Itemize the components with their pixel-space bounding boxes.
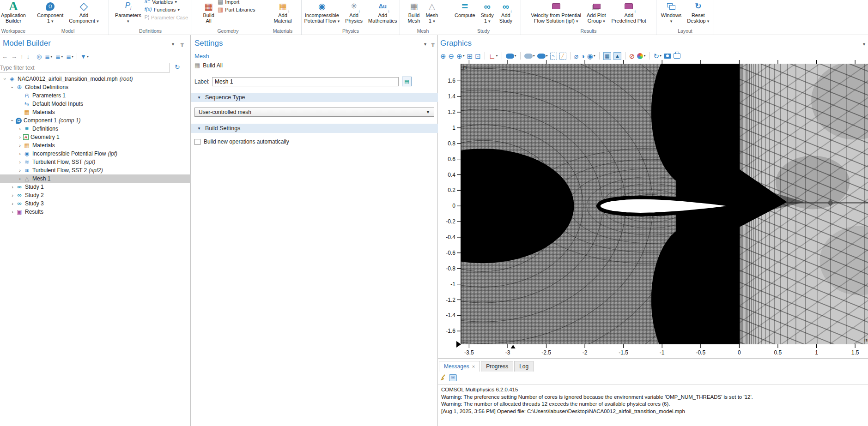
mail-log-icon[interactable]: ✉ xyxy=(449,374,457,381)
tab-messages[interactable]: Messages× xyxy=(439,361,480,372)
tree-item-global-definitions[interactable]: ›⊕Global Definitions xyxy=(0,83,191,91)
label-input[interactable] xyxy=(212,77,399,86)
add-study-button[interactable]: ∞↓AddStudy xyxy=(497,0,515,24)
tree-item-mesh-1[interactable]: ›△Mesh 1 xyxy=(0,174,191,183)
tab-label: Log xyxy=(519,363,528,370)
functions-button[interactable]: f(x)Functions▾ xyxy=(145,6,188,13)
tree-item-turbulent-flow-sst-2[interactable]: ›≋Turbulent Flow, SST 2(spf2) xyxy=(0,166,191,174)
tree-item-default-model-inputs[interactable]: ⇆Default Model Inputs xyxy=(0,100,191,108)
expander-closed-icon[interactable]: › xyxy=(17,151,23,156)
expander-closed-icon[interactable]: › xyxy=(17,176,23,181)
pin-icon[interactable]: ┳ xyxy=(431,41,435,47)
button-label: Compute xyxy=(455,12,475,18)
move-down-icon[interactable]: ↓ xyxy=(27,53,30,60)
expander-closed-icon[interactable]: › xyxy=(9,201,16,206)
tree-item-results[interactable]: ›▣Results xyxy=(0,208,191,216)
import-button[interactable]: ▤Import xyxy=(218,0,255,6)
add-mathematics-button[interactable]: Δu↓AddMathematics xyxy=(366,0,399,24)
compute-button[interactable]: =Compute xyxy=(452,0,478,24)
refresh-icon[interactable]: ↻ xyxy=(175,63,180,71)
tree-filter-input[interactable] xyxy=(0,63,170,72)
settings-subtitle: Mesh xyxy=(194,53,209,60)
expander-closed-icon[interactable]: › xyxy=(17,159,23,165)
forward-icon[interactable]: → xyxy=(11,53,17,60)
velocity-from-potential-flow-solution-button[interactable]: Velocity from PotentialFlow Solution (ip… xyxy=(528,0,583,24)
expander-closed-icon[interactable]: › xyxy=(9,184,16,190)
tree-item-study-2[interactable]: ›∞Study 2 xyxy=(0,191,191,199)
log-line: Warning: The preference setting Number o… xyxy=(441,394,753,401)
pin-icon[interactable]: ┳ xyxy=(181,41,184,47)
tree-item-study-1[interactable]: ›∞Study 1 xyxy=(0,183,191,191)
build-new-operations-checkbox[interactable] xyxy=(194,139,200,145)
tree-item-parameters-1[interactable]: PᵢParameters 1 xyxy=(0,91,191,100)
sequence-type-dropdown[interactable]: User-controlled mesh ▼ xyxy=(194,108,434,117)
section-build-settings[interactable]: ▼ Build Settings xyxy=(191,124,438,133)
reset-desktop-button[interactable]: ↻ResetDesktop ▾ xyxy=(685,0,711,24)
ribbon-group-label: Workspace xyxy=(0,28,27,35)
incompressible-potential-flow-button[interactable]: ◉IncompressiblePotential Flow ▾ xyxy=(302,0,342,24)
variables-button[interactable]: a=Variables▾ xyxy=(145,0,188,6)
tab-progress[interactable]: Progress xyxy=(481,361,513,372)
rename-button[interactable]: ▤ xyxy=(402,77,412,86)
tree-item-geometry-1[interactable]: ›AGeometry 1 xyxy=(0,133,191,141)
tree-item-study-3[interactable]: ›∞Study 3 xyxy=(0,199,191,208)
expander-open-icon[interactable]: › xyxy=(10,117,15,124)
panel-menu-caret-icon[interactable]: ▾ xyxy=(172,42,174,47)
svg-text:0.4: 0.4 xyxy=(448,172,455,178)
expander-closed-icon[interactable]: › xyxy=(17,168,23,173)
collapse-arrow-icon: ▼ xyxy=(197,126,201,131)
windows-button[interactable]: Windows▾ xyxy=(659,0,684,24)
expander-closed-icon[interactable]: › xyxy=(17,143,23,148)
filter-icon[interactable]: ▼▾ xyxy=(80,53,89,60)
study-1-button[interactable]: ∞Study1 ▾ xyxy=(479,0,496,24)
ribbon-group-label: Mesh xyxy=(400,28,446,35)
tree-item-label: Default Model Inputs xyxy=(32,101,83,107)
button-label: Material xyxy=(273,18,291,24)
model-tree-node-text-icon[interactable]: ≣▾ xyxy=(66,53,73,60)
section-sequence-type[interactable]: ▼ Sequence Type xyxy=(191,93,438,102)
button-label: Physics xyxy=(345,18,363,24)
button-label: Study xyxy=(499,18,512,24)
build-all-button[interactable]: ▦ Build All xyxy=(194,62,223,69)
move-up-icon[interactable]: ↑ xyxy=(20,53,24,60)
mesh-1-button[interactable]: △Mesh1 ▾ xyxy=(424,0,441,24)
expander-open-icon[interactable]: › xyxy=(2,76,8,82)
build-all-button[interactable]: ▦BuildAll xyxy=(200,0,216,24)
collapse-all-icon[interactable]: ≣▾ xyxy=(45,53,52,60)
expander-open-icon[interactable]: › xyxy=(10,84,15,90)
tree-item-naca0012-airfoil-transition-model-mph[interactable]: ›◈NACA0012_airfoil_transition_model.mph(… xyxy=(0,75,191,83)
application-builder-button[interactable]: AApplicationBuilder xyxy=(0,0,28,24)
tree-item-definitions[interactable]: ›≡Definitions xyxy=(0,125,191,133)
add-predefined-plot-button[interactable]: ↓AddPredefined Plot xyxy=(609,0,649,24)
add-physics-button[interactable]: ✳↓AddPhysics xyxy=(343,0,365,24)
panel-menu-caret-icon[interactable]: ▾ xyxy=(424,42,426,47)
expand-all-icon[interactable]: ≣▾ xyxy=(55,53,63,60)
back-icon[interactable]: ← xyxy=(2,53,8,60)
add-component-button[interactable]: ◇AddComponent ▾ xyxy=(67,0,101,24)
expander-closed-icon[interactable]: › xyxy=(9,192,16,198)
expander-closed-icon[interactable]: › xyxy=(9,209,16,215)
tree-item-incompressible-potential-flow[interactable]: ›◉Incompressible Potential Flow(ipf) xyxy=(0,150,191,158)
mesh-plot[interactable]: 1.61.41.210.80.60.40.20-0.2-0.4-0.6-0.8-… xyxy=(438,35,868,358)
build-mesh-button[interactable]: ▦BuildMesh xyxy=(406,0,423,24)
tree-item-materials[interactable]: ›▦Materials xyxy=(0,141,191,150)
component-1-button[interactable]: ΩComponent1 ▾ xyxy=(35,0,66,24)
close-icon[interactable]: × xyxy=(472,364,475,369)
tree-item-label: Turbulent Flow, SST 2 xyxy=(32,167,87,174)
expander-closed-icon[interactable]: › xyxy=(17,134,23,140)
tree-item-label: Parameters 1 xyxy=(32,92,66,99)
tree-item-component-1[interactable]: ›ΩComponent 1(comp 1) xyxy=(0,116,191,125)
mesh-svg[interactable]: 1.61.41.210.80.60.40.20-0.2-0.4-0.6-0.8-… xyxy=(438,35,868,358)
tab-log[interactable]: Log xyxy=(514,361,534,372)
parameters-button[interactable]: PiParameters▾ xyxy=(113,0,144,24)
show-toggle-icon[interactable]: ◎ xyxy=(36,53,42,60)
tree-item-materials[interactable]: ▦Materials xyxy=(0,108,191,116)
compute-icon: = xyxy=(461,1,468,12)
add-material-button[interactable]: ▦↓AddMaterial xyxy=(271,0,294,24)
tree-item-turbulent-flow-sst[interactable]: ›≋Turbulent Flow, SST(spf) xyxy=(0,158,191,166)
part-libraries-button[interactable]: ▥Part Libraries xyxy=(218,6,255,13)
clear-broom-icon[interactable] xyxy=(440,374,446,381)
expander-closed-icon[interactable]: › xyxy=(17,126,23,132)
button-label: 1 ▾ xyxy=(429,18,435,24)
add-plot-group-button[interactable]: Add PlotGroup ▾ xyxy=(584,0,608,24)
